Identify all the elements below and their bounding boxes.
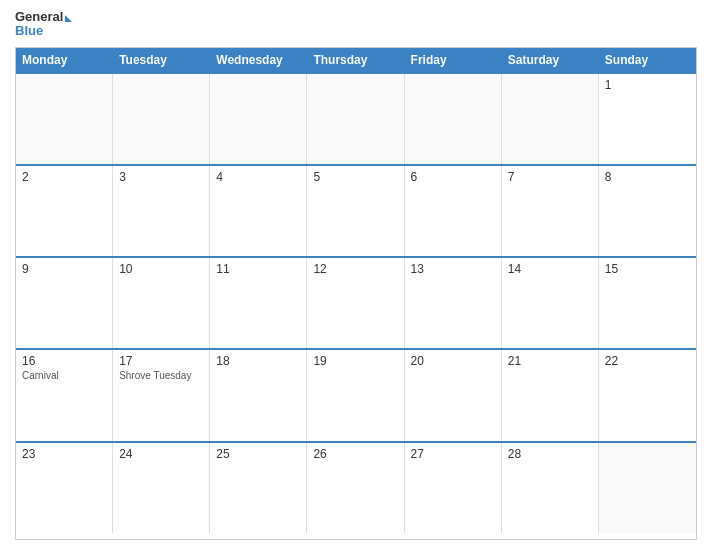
day-number: 13 <box>411 262 495 276</box>
day-header-tuesday: Tuesday <box>113 48 210 72</box>
day-cell: 17Shrove Tuesday <box>113 350 210 440</box>
day-cell <box>599 443 696 533</box>
day-cell: 11 <box>210 258 307 348</box>
day-headers-row: MondayTuesdayWednesdayThursdayFridaySatu… <box>16 48 696 72</box>
week-row-3: 9101112131415 <box>16 256 696 348</box>
day-cell: 3 <box>113 166 210 256</box>
day-cell: 7 <box>502 166 599 256</box>
day-cell <box>16 74 113 164</box>
day-cell: 16Carnival <box>16 350 113 440</box>
day-number: 14 <box>508 262 592 276</box>
day-number: 3 <box>119 170 203 184</box>
day-number: 22 <box>605 354 690 368</box>
day-cell <box>113 74 210 164</box>
day-number: 1 <box>605 78 690 92</box>
day-cell: 12 <box>307 258 404 348</box>
logo-blue-text: Blue <box>15 24 72 38</box>
day-number: 10 <box>119 262 203 276</box>
day-cell: 13 <box>405 258 502 348</box>
day-cell: 6 <box>405 166 502 256</box>
day-cell <box>405 74 502 164</box>
day-cell: 4 <box>210 166 307 256</box>
day-number: 25 <box>216 447 300 461</box>
day-header-friday: Friday <box>405 48 502 72</box>
week-row-4: 16Carnival17Shrove Tuesday1819202122 <box>16 348 696 440</box>
day-cell: 10 <box>113 258 210 348</box>
day-event: Carnival <box>22 370 106 381</box>
day-cell: 21 <box>502 350 599 440</box>
calendar-container: General Blue MondayTuesdayWednesdayThurs… <box>0 0 712 550</box>
day-number: 27 <box>411 447 495 461</box>
day-cell: 25 <box>210 443 307 533</box>
day-number: 6 <box>411 170 495 184</box>
day-cell: 28 <box>502 443 599 533</box>
day-number: 26 <box>313 447 397 461</box>
week-row-2: 2345678 <box>16 164 696 256</box>
day-cell <box>210 74 307 164</box>
day-number: 7 <box>508 170 592 184</box>
day-header-wednesday: Wednesday <box>210 48 307 72</box>
day-cell: 26 <box>307 443 404 533</box>
day-number: 5 <box>313 170 397 184</box>
day-cell: 19 <box>307 350 404 440</box>
calendar-header: General Blue <box>15 10 697 39</box>
day-cell: 23 <box>16 443 113 533</box>
day-cell: 5 <box>307 166 404 256</box>
day-cell: 24 <box>113 443 210 533</box>
day-number: 4 <box>216 170 300 184</box>
day-event: Shrove Tuesday <box>119 370 203 381</box>
day-number: 28 <box>508 447 592 461</box>
weeks-container: 12345678910111213141516Carnival17Shrove … <box>16 72 696 533</box>
day-cell <box>307 74 404 164</box>
day-cell: 15 <box>599 258 696 348</box>
logo: General Blue <box>15 10 72 39</box>
day-cell: 9 <box>16 258 113 348</box>
day-cell: 20 <box>405 350 502 440</box>
day-cell: 2 <box>16 166 113 256</box>
week-row-1: 1 <box>16 72 696 164</box>
day-cell: 27 <box>405 443 502 533</box>
week-row-5: 232425262728 <box>16 441 696 533</box>
day-number: 15 <box>605 262 690 276</box>
day-number: 11 <box>216 262 300 276</box>
day-number: 8 <box>605 170 690 184</box>
day-number: 20 <box>411 354 495 368</box>
logo-triangle-icon <box>65 15 72 22</box>
day-cell: 22 <box>599 350 696 440</box>
calendar-grid: MondayTuesdayWednesdayThursdayFridaySatu… <box>15 47 697 540</box>
day-header-thursday: Thursday <box>307 48 404 72</box>
day-header-monday: Monday <box>16 48 113 72</box>
day-number: 16 <box>22 354 106 368</box>
day-number: 9 <box>22 262 106 276</box>
day-number: 18 <box>216 354 300 368</box>
day-number: 12 <box>313 262 397 276</box>
day-number: 2 <box>22 170 106 184</box>
day-number: 24 <box>119 447 203 461</box>
day-number: 23 <box>22 447 106 461</box>
day-number: 21 <box>508 354 592 368</box>
day-cell <box>502 74 599 164</box>
day-number: 17 <box>119 354 203 368</box>
day-cell: 1 <box>599 74 696 164</box>
day-header-saturday: Saturday <box>502 48 599 72</box>
logo-general-text: General <box>15 10 63 24</box>
day-cell: 8 <box>599 166 696 256</box>
day-header-sunday: Sunday <box>599 48 696 72</box>
day-cell: 18 <box>210 350 307 440</box>
day-cell: 14 <box>502 258 599 348</box>
day-number: 19 <box>313 354 397 368</box>
